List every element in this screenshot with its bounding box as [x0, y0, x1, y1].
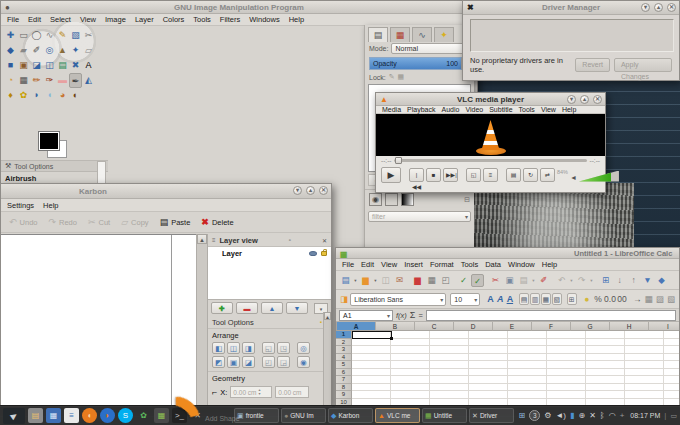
format-toolbar-icon[interactable]: ▦ — [643, 293, 653, 306]
tray-icon[interactable]: ▮ — [570, 408, 574, 424]
calc-menu-item[interactable]: Tools — [461, 260, 479, 269]
grid-cell[interactable] — [469, 331, 508, 339]
karbon-scrollbar[interactable]: ▲ — [196, 234, 207, 406]
taskbar-window-button[interactable]: ◆ Karbon — [328, 408, 373, 423]
dock-tab-icon[interactable]: ▦ — [390, 27, 410, 42]
docker-scrollbar[interactable]: ▲ — [323, 312, 331, 406]
dock-tab-icon[interactable]: ▤ — [368, 27, 388, 42]
calc-toolbar-icon[interactable]: ▾ — [531, 274, 536, 287]
driver-manager-titlebar[interactable]: ✖ Driver Manager ▾ ▴ ✕ — [463, 1, 679, 15]
tray-icon[interactable]: ◄) — [555, 408, 566, 424]
grid-cell[interactable] — [391, 369, 430, 377]
tray-icon[interactable]: + — [620, 408, 625, 424]
calc-toolbar-icon[interactable]: ▾ — [353, 274, 358, 287]
bold-button[interactable]: A — [486, 294, 495, 304]
gimp-tool-icon[interactable]: ✒ — [69, 73, 82, 88]
grid-cell[interactable] — [625, 391, 664, 399]
launcher-icon[interactable]: ≡ — [64, 408, 79, 423]
grid-cell[interactable] — [625, 339, 664, 347]
font-name-combo[interactable]: Liberation Sans▾ — [350, 293, 446, 306]
grid-cell[interactable] — [469, 384, 508, 392]
calc-toolbar-icon[interactable]: ▤ — [339, 274, 352, 287]
column-header[interactable]: C — [415, 322, 454, 331]
row-header[interactable]: 7 — [336, 376, 352, 384]
gimp-tool-icon[interactable]: ✦ — [69, 43, 82, 58]
layers-opacity-slider[interactable]: Opacity 100 ▲▼ — [369, 57, 470, 70]
vlc-control-button[interactable]: ≡ — [483, 168, 498, 182]
calc-toolbar-icon[interactable]: ◫ — [379, 274, 392, 287]
gimp-titlebar[interactable]: ● GNU Image Manipulation Program — [1, 1, 477, 14]
grid-cell[interactable] — [430, 339, 469, 347]
grid-cell[interactable] — [586, 354, 625, 362]
calc-toolbar-icon[interactable]: ↓ — [613, 274, 626, 287]
grid-cell[interactable] — [352, 339, 391, 347]
tray-icon[interactable]: ◠ — [609, 408, 616, 424]
app-menu-button[interactable]: ▶ — [3, 408, 25, 424]
grid-cell[interactable] — [625, 376, 664, 384]
grid-cell[interactable] — [586, 331, 625, 339]
gimp-tool-icon[interactable]: ◫ — [43, 58, 56, 73]
karbon-menu-item[interactable]: Help — [43, 201, 58, 210]
grid-cell[interactable] — [469, 391, 508, 399]
docker-header-button[interactable]: ✕ — [322, 237, 327, 244]
grid-cell[interactable] — [625, 331, 664, 339]
volume-slider[interactable] — [579, 171, 619, 182]
calc-menu-item[interactable]: File — [342, 260, 354, 269]
clock[interactable]: 08:17 PM — [630, 412, 660, 419]
gimp-tool-icon[interactable]: ◐ — [69, 88, 82, 103]
vlc-titlebar[interactable]: ▲ VLC media player ▾ ▴ ✕ — [376, 93, 605, 106]
lock-icon[interactable] — [321, 251, 327, 256]
function-wizard-icon[interactable]: f(x) — [396, 311, 407, 320]
calc-menu-item[interactable]: Window — [508, 260, 535, 269]
lower-layer-button[interactable]: ▼ — [286, 302, 308, 314]
calc-menu-item[interactable]: Insert — [404, 260, 423, 269]
gimp-color-swatches[interactable] — [37, 132, 73, 162]
column-header[interactable]: G — [571, 322, 610, 331]
gimp-tool-icon[interactable]: ▲ — [56, 43, 69, 58]
calc-toolbar-icon[interactable]: ✓ — [457, 274, 470, 287]
vlc-control-button[interactable]: ▤ — [506, 168, 521, 182]
minimize-button[interactable]: ▾ — [567, 95, 576, 104]
collapse-icon[interactable]: ⊟ — [464, 196, 470, 204]
column-header[interactable]: F — [532, 322, 571, 331]
grid-cell[interactable] — [430, 384, 469, 392]
vlc-video-area[interactable] — [376, 114, 605, 156]
grid-cell[interactable] — [586, 391, 625, 399]
gimp-menu-item[interactable]: Image — [105, 15, 126, 24]
row-header[interactable]: 2 — [336, 339, 352, 347]
grid-cell[interactable] — [352, 346, 391, 354]
arrange-button[interactable]: ◫ — [227, 342, 240, 354]
calc-toolbar-icon[interactable]: ↶ — [555, 274, 568, 287]
calc-toolbar-icon[interactable]: ⊞ — [599, 274, 612, 287]
gimp-tool-icon[interactable]: ◖ — [43, 88, 56, 103]
grid-cell[interactable] — [352, 361, 391, 369]
calc-toolbar-icon[interactable]: ▆ — [411, 274, 424, 287]
grid-cell[interactable] — [625, 361, 664, 369]
tray-window-icon[interactable]: ⊞ — [519, 408, 526, 424]
arrange-button[interactable]: ◳ — [277, 342, 290, 354]
grid-cell[interactable] — [664, 369, 679, 377]
grid-cell[interactable] — [391, 384, 430, 392]
arrange-button[interactable]: ◪ — [242, 356, 255, 368]
row-header[interactable]: 8 — [336, 384, 352, 392]
column-header[interactable]: E — [493, 322, 532, 331]
grid-cell[interactable] — [391, 331, 430, 339]
karbon-titlebar[interactable]: Karbon ▾ ▴ ✕ — [1, 184, 331, 199]
gimp-tool-icon[interactable]: ▣ — [17, 58, 30, 73]
calc-menu-item[interactable]: View — [381, 260, 397, 269]
driver-action-button[interactable]: Revert — [575, 58, 610, 72]
gimp-tool-icon[interactable]: ∿ — [43, 28, 56, 43]
gimp-tool-icon[interactable]: ◆ — [4, 43, 17, 58]
vlc-menu-item[interactable]: Audio — [441, 106, 459, 113]
column-header[interactable]: A — [337, 322, 376, 331]
row-header[interactable]: 4 — [336, 354, 352, 362]
grid-cell[interactable] — [547, 391, 586, 399]
dock-tab-icon[interactable]: ✦ — [434, 27, 454, 42]
grid-cell[interactable] — [508, 354, 547, 362]
row-header[interactable]: 5 — [336, 361, 352, 369]
arrange-button[interactable]: ◩ — [212, 356, 225, 368]
docker-header-button[interactable]: ▫ — [289, 237, 291, 243]
grid-cell[interactable] — [430, 331, 469, 339]
tray-icon[interactable]: ✕ — [589, 408, 596, 424]
underline-button[interactable]: A — [506, 294, 515, 304]
